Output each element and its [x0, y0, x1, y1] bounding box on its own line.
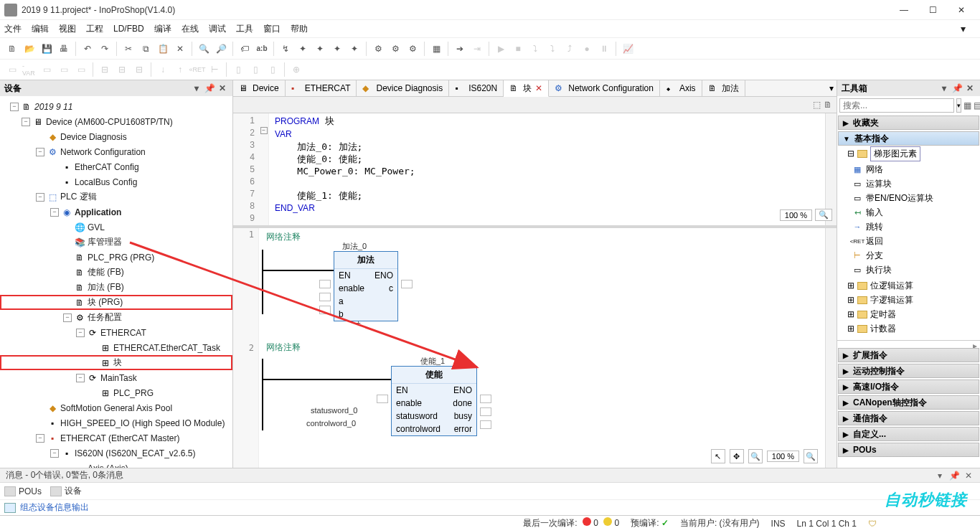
dock-unpin-icon[interactable]: ⬚ [813, 100, 821, 110]
bottom-tab-pous[interactable]: POUs [4, 486, 42, 496]
menu-ldfbd[interactable]: LD/FBD [113, 24, 144, 34]
menu-help[interactable]: 帮助 [291, 23, 308, 35]
tree-localbus-cfg[interactable]: ▪LocalBus Config [0, 174, 232, 189]
tree-jiafa-fb[interactable]: 🗎加法 (FB) [0, 280, 232, 295]
tree-libmgr[interactable]: 📚库管理器 [0, 235, 232, 250]
folder-timer[interactable]: ⊞定时器 [843, 307, 980, 321]
folder-counter[interactable]: ⊞计数器 [843, 321, 980, 336]
messages-bar[interactable]: 消息 - 0个错误, 0警告, 0条消息 ▾ 📌 ✕ [0, 468, 980, 482]
tab-diagnosis[interactable]: ◆Device Diagnosis [357, 80, 449, 96]
lt-var-icon[interactable]: -VAR [22, 62, 37, 77]
lt4-icon[interactable]: ▭ [73, 62, 89, 77]
lt6-icon[interactable]: ⊟ [114, 62, 130, 77]
tree-axis[interactable]: ⬥Axis (Axis) [0, 461, 232, 468]
menu-tools[interactable]: 工具 [236, 23, 253, 35]
run-icon[interactable]: ▶ [493, 41, 509, 57]
cat-pous[interactable]: ▶POUs [838, 443, 979, 457]
ladder-body[interactable]: 网络注释 加法_0 加法 ENENO enablec a b + 网络注释 [259, 228, 825, 468]
messages-pin-icon[interactable]: 📌 [948, 470, 960, 481]
search-input[interactable] [839, 98, 954, 113]
panel-pin-icon[interactable]: 📌 [204, 82, 215, 94]
block-shineng[interactable]: 使能 ENENO enabledone statuswordbusy contr… [391, 366, 477, 436]
maximize-button[interactable]: ☐ [918, 1, 947, 19]
tree-task-cfg[interactable]: −⚙任务配置 [0, 310, 232, 325]
ladder-cursor-icon[interactable]: ↖ [711, 449, 725, 463]
toolbox-close-icon[interactable]: ✕ [964, 82, 976, 94]
search-dropdown-icon[interactable]: ▾ [956, 98, 961, 113]
redo-icon[interactable]: ↷ [97, 41, 113, 57]
lt3-icon[interactable]: ▭ [56, 62, 72, 77]
tag3-icon[interactable]: ✦ [347, 41, 362, 57]
block-jiafa[interactable]: 加法 ENENO enablec a b [334, 251, 398, 321]
tab-netconf[interactable]: ⚙Network Configuration [549, 80, 660, 96]
find-icon[interactable]: 🔍 [196, 41, 212, 57]
item-branch[interactable]: ⊢分支 [852, 248, 980, 263]
search-opt1-icon[interactable]: ▦ [963, 98, 971, 113]
menu-edit[interactable]: 编辑 [32, 23, 49, 35]
delete-icon[interactable]: ✕ [172, 41, 188, 57]
config-output-bar[interactable]: 组态设备信息输出 [0, 499, 980, 515]
tree-shineng-fb[interactable]: 🗎使能 (FB) [0, 265, 232, 280]
cut-icon[interactable]: ✂ [121, 41, 136, 57]
cat-custom[interactable]: ▶自定义... [838, 427, 979, 441]
fold-gutter[interactable]: − [259, 113, 269, 225]
tab-jiafa[interactable]: 🗎加法 [702, 80, 745, 96]
close-button[interactable]: ✕ [947, 1, 976, 19]
lt14-icon[interactable]: ⊕ [288, 62, 304, 77]
declaration-editor[interactable]: 123456789 − PROGRAM 块 VAR 加法_0: 加法; 使能_0… [233, 113, 837, 228]
search-opt2-icon[interactable]: ▤ [974, 98, 980, 113]
ladder-zoomfit-icon[interactable]: 🔍 [804, 449, 818, 463]
menu-project[interactable]: 工程 [86, 23, 103, 35]
ladder-editor[interactable]: 1 2 网络注释 加法_0 加法 ENENO enablec a b [233, 228, 837, 468]
tree-diagnosis[interactable]: ◆Device Diagnosis [0, 129, 232, 144]
toolbox-pin-icon[interactable]: 📌 [951, 82, 963, 94]
lt10-icon[interactable]: ⊢ [207, 62, 222, 77]
item-eneno[interactable]: ▭带EN/ENO运算块 [852, 191, 980, 205]
lt11-icon[interactable]: ▯ [230, 62, 246, 77]
messages-dropdown-icon[interactable]: ▾ [934, 470, 946, 481]
buildall-icon[interactable]: ⚙ [405, 41, 420, 57]
messages-close-icon[interactable]: ✕ [963, 470, 974, 481]
tree-ethercat-task[interactable]: ⊞ETHERCAT.EtherCAT_Task [0, 340, 232, 355]
menu-window[interactable]: 窗口 [263, 23, 281, 35]
lt9-icon[interactable]: ↑ [172, 62, 188, 77]
bottom-tab-devices[interactable]: 设备 [50, 485, 82, 497]
tab-axis[interactable]: ⬥Axis [660, 80, 702, 96]
panel-close-icon[interactable]: ✕ [217, 82, 228, 94]
tree-ethercat-master[interactable]: −▪ETHERCAT (EtherCAT Master) [0, 430, 232, 446]
menu-debug[interactable]: 调试 [209, 23, 226, 35]
tree-highspeedio[interactable]: ▪HIGH_SPEED_IO (High Speed IO Module) [0, 415, 232, 430]
tree-kuai-task[interactable]: ⊞块 [0, 355, 232, 370]
lt8-icon[interactable]: ↓ [155, 62, 171, 77]
item-jump[interactable]: →跳转 [852, 220, 980, 234]
lt-ret-icon[interactable]: «RET [189, 62, 205, 77]
tag-icon[interactable]: ✦ [312, 41, 328, 57]
tree-softmotion[interactable]: ◆SoftMotion General Axis Pool [0, 400, 232, 415]
menu-compile[interactable]: 编译 [154, 23, 171, 35]
ladder-pan-icon[interactable]: ✥ [730, 449, 744, 463]
device-tree[interactable]: −🗎2019 9 11 −🖥Device (AM600-CPU1608TP/TN… [0, 96, 232, 468]
code-zoom-icon[interactable]: 🔍 [815, 209, 832, 221]
tree-is620n[interactable]: −▪IS620N (IS620N_ECAT_v2.6.5) [0, 446, 232, 461]
wand-icon[interactable]: ✦ [295, 41, 311, 57]
rebuild-icon[interactable]: ⚙ [387, 41, 403, 57]
cat-fav[interactable]: ▶收藏夹 [838, 116, 979, 130]
tree-ethercat-cfg[interactable]: ▪EtherCAT Config [0, 159, 232, 174]
tab-ethercat[interactable]: ▪ETHERCAT [286, 80, 357, 96]
new-icon[interactable]: 🗎 [4, 41, 20, 57]
tree-maintask[interactable]: −⟳MainTask [0, 370, 232, 385]
step-over-icon[interactable]: ⤵ [527, 41, 543, 57]
item-block[interactable]: ▭运算块 [852, 176, 980, 191]
cat-comm[interactable]: ▶通信指令 [838, 411, 979, 425]
minimize-button[interactable]: — [890, 1, 918, 19]
tab-is620n[interactable]: ▪IS620N [449, 80, 504, 96]
lt13-icon[interactable]: ▯ [265, 62, 281, 77]
cat-basic[interactable]: ▼基本指令 [838, 131, 979, 146]
folder-bitlogic[interactable]: ⊞位逻辑运算 [843, 278, 980, 293]
open-icon[interactable]: 📂 [22, 41, 37, 57]
breakpoint-icon[interactable]: ● [579, 41, 595, 57]
item-return[interactable]: <RET返回 [852, 234, 980, 248]
ladder-vscroll[interactable] [825, 228, 837, 468]
stop-icon[interactable]: ■ [510, 41, 526, 57]
logout-icon[interactable]: ⇥ [469, 41, 485, 57]
